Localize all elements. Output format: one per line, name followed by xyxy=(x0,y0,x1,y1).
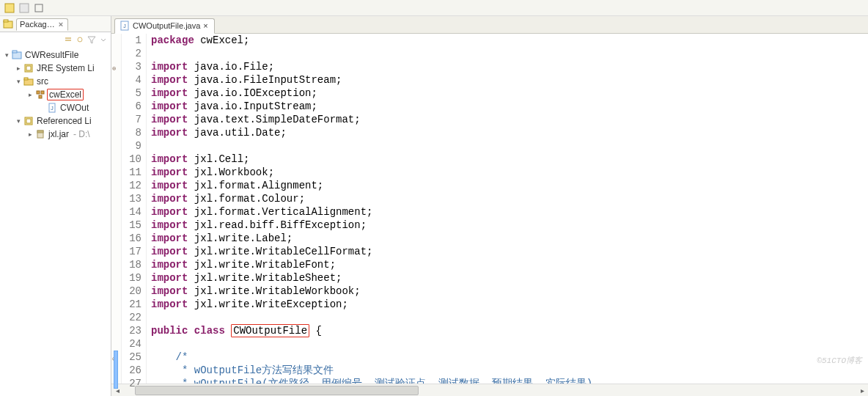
line-number: 1 xyxy=(122,34,141,47)
code-line[interactable]: public class CWOutputFile { xyxy=(151,324,868,337)
svg-rect-2 xyxy=(35,4,43,12)
code-line[interactable]: import java.text.SimpleDateFormat; xyxy=(151,113,868,126)
editor-area: J CWOutputFile.java × ⊕⊕ 123456789101112… xyxy=(111,16,868,396)
line-number: 21 xyxy=(122,298,141,311)
collapse-all-icon[interactable] xyxy=(64,35,73,44)
code-line[interactable] xyxy=(151,337,868,351)
tree-item-cwexcel[interactable]: ▸cwExcel xyxy=(1,88,111,101)
svg-rect-17 xyxy=(26,119,31,123)
code-line[interactable]: import java.io.InputStream; xyxy=(151,100,868,113)
code-line[interactable] xyxy=(151,311,868,324)
code-line[interactable]: import java.io.File; xyxy=(151,60,868,73)
expander-icon[interactable]: ▸ xyxy=(26,91,34,98)
expander-icon[interactable]: ▾ xyxy=(15,78,22,85)
code-line[interactable]: * wOutputFile(文件路径 用例编号 测试验证点 测试数据 预期结果 … xyxy=(151,377,868,384)
jar-icon xyxy=(35,129,45,139)
code-line[interactable]: import jxl.Cell; xyxy=(151,153,868,166)
code-line[interactable]: import java.io.FileInputStream; xyxy=(151,73,868,87)
horizontal-scrollbar[interactable]: ◂ ▸ xyxy=(111,384,868,396)
scroll-thumb[interactable] xyxy=(135,386,419,395)
expander-icon[interactable]: ▾ xyxy=(15,117,22,125)
tree-item-label: JRE System Li xyxy=(35,63,96,73)
package-explorer-icon xyxy=(3,19,13,29)
link-editor-icon[interactable] xyxy=(76,35,84,44)
svg-text:J: J xyxy=(51,106,54,111)
code-line[interactable]: import jxl.write.Label; xyxy=(151,232,868,245)
svg-rect-10 xyxy=(24,78,28,80)
line-number: 8 xyxy=(122,126,141,139)
change-bar xyxy=(114,351,118,389)
editor-tab-bar: J CWOutputFile.java × xyxy=(111,16,868,34)
filter-icon[interactable] xyxy=(87,35,96,44)
package-explorer-view: Packag… × ▾CWResultFile▸JRE System Li▾sr… xyxy=(0,16,111,396)
tree-item-referencedli[interactable]: ▾Referenced Li xyxy=(1,114,111,128)
package-explorer-tab[interactable]: Packag… × xyxy=(16,18,68,31)
code-line[interactable]: import jxl.format.Colour; xyxy=(151,192,868,205)
line-number: 22 xyxy=(122,311,141,324)
tree-item-label: src xyxy=(35,76,50,87)
code-line[interactable]: import java.util.Date; xyxy=(151,126,868,139)
line-number: 10 xyxy=(122,153,141,166)
svg-rect-8 xyxy=(26,66,31,70)
line-number: 12 xyxy=(122,179,141,192)
code-line[interactable]: package cwExcel; xyxy=(151,34,868,47)
code-line[interactable]: import jxl.Workbook; xyxy=(151,166,868,179)
code-area[interactable]: package cwExcel; import java.io.File;imp… xyxy=(147,34,868,384)
close-icon[interactable]: × xyxy=(59,20,63,29)
code-line[interactable] xyxy=(151,139,868,153)
svg-rect-1 xyxy=(20,4,29,12)
editor-tab[interactable]: J CWOutputFile.java × xyxy=(114,18,215,34)
code-line[interactable]: import jxl.format.Alignment; xyxy=(151,179,868,192)
view-menu-icon[interactable] xyxy=(99,35,108,44)
toolbar-icon[interactable] xyxy=(4,3,15,13)
code-line[interactable]: import jxl.write.WritableSheet; xyxy=(151,271,868,285)
code-line[interactable]: /* xyxy=(151,351,868,364)
svg-rect-12 xyxy=(41,91,44,94)
tree-item-src[interactable]: ▾src xyxy=(1,75,111,88)
tree-item-jresystemli[interactable]: ▸JRE System Li xyxy=(1,62,111,75)
close-icon[interactable]: × xyxy=(203,21,207,30)
fold-icon[interactable]: ⊕ xyxy=(112,62,116,76)
package-explorer-toolbar xyxy=(0,32,111,47)
package-icon xyxy=(35,89,45,100)
line-number: 26 xyxy=(122,364,141,377)
code-line[interactable]: import jxl.write.WriteException; xyxy=(151,298,868,311)
tree-item-cwout[interactable]: JCWOut xyxy=(1,101,111,114)
svg-rect-0 xyxy=(5,4,14,12)
tree-item-label: Referenced Li xyxy=(35,116,93,126)
line-number: 14 xyxy=(122,205,141,219)
watermark: ©51CTO博客 xyxy=(817,354,862,367)
tree-item-label: cwExcel xyxy=(47,89,84,100)
line-number: 11 xyxy=(122,166,141,179)
code-line[interactable]: import jxl.format.VerticalAlignment; xyxy=(151,205,868,219)
tree-item-suffix: - D:\ xyxy=(72,129,92,139)
toolbar-icon[interactable] xyxy=(34,3,44,13)
tree-item-jxljar[interactable]: ▸jxl.jar - D:\ xyxy=(1,128,111,141)
expander-icon[interactable]: ▸ xyxy=(15,65,22,72)
expander-icon[interactable]: ▾ xyxy=(3,51,10,59)
code-line[interactable]: import jxl.read.biff.BiffException; xyxy=(151,219,868,232)
code-line[interactable] xyxy=(151,47,868,60)
scroll-right-arrow[interactable]: ▸ xyxy=(856,386,868,395)
package-tree[interactable]: ▾CWResultFile▸JRE System Li▾src▸cwExcelJ… xyxy=(0,47,111,396)
code-line[interactable]: import jxl.write.WritableCellFormat; xyxy=(151,245,868,258)
line-number: 18 xyxy=(122,258,141,271)
main-area: Packag… × ▾CWResultFile▸JRE System Li▾sr… xyxy=(0,16,868,396)
line-number: 20 xyxy=(122,285,141,298)
scroll-track[interactable] xyxy=(135,385,845,396)
code-line[interactable]: import jxl.write.WritableFont; xyxy=(151,258,868,271)
toolbar-icon[interactable] xyxy=(19,3,29,13)
code-line[interactable]: * wOutputFile方法写结果文件 xyxy=(151,364,868,377)
line-number-gutter[interactable]: 1234567891011121314151617181920212223242… xyxy=(122,34,147,384)
annotation-gutter[interactable]: ⊕⊕ xyxy=(111,34,122,384)
lib-icon xyxy=(23,116,34,126)
code-line[interactable]: import jxl.write.WritableWorkbook; xyxy=(151,285,868,298)
tree-item-cwresultfile[interactable]: ▾CWResultFile xyxy=(1,48,111,62)
line-number: 2 xyxy=(122,47,141,60)
code-line[interactable]: import java.io.IOException; xyxy=(151,87,868,100)
line-number: 23 xyxy=(122,324,141,337)
expander-icon[interactable]: ▸ xyxy=(26,131,34,138)
svg-rect-19 xyxy=(37,131,43,133)
tree-item-label: CWResultFile xyxy=(23,50,80,60)
line-number: 24 xyxy=(122,337,141,351)
